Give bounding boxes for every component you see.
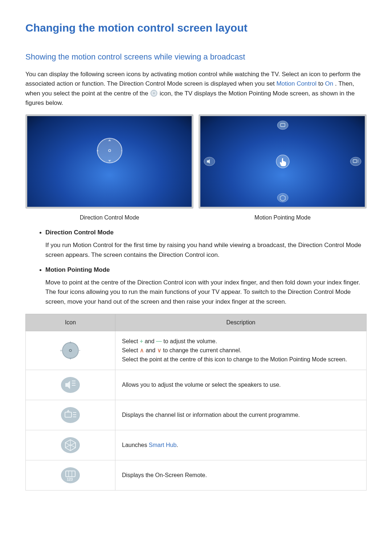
mode-description: If you run Motion Control for the first … (45, 241, 367, 260)
desc-text: Select (122, 338, 140, 344)
smart-hub-icon (26, 430, 115, 460)
desc-text: and (145, 338, 156, 344)
table-cell-description: Allows you to adjust the volume or selec… (115, 370, 367, 400)
desc-text: Select the point at the centre of this i… (122, 356, 347, 362)
table-row: 123 Displays the On-Screen Remote. (26, 460, 367, 491)
mode-description: Move to point at the centre of the Direc… (45, 278, 367, 307)
motion-control-link: Motion Control (276, 80, 317, 87)
chevron-up-icon: ∧ (140, 347, 144, 353)
svg-text:-: - (79, 347, 81, 353)
svg-text:-: - (121, 148, 122, 153)
document-page: Changing the motion control screen layou… (0, 0, 392, 554)
table-header-description: Description (115, 314, 367, 331)
desc-text: . (176, 442, 178, 448)
svg-text:+: + (60, 348, 62, 353)
page-title: Changing the motion control screen layou… (25, 22, 367, 34)
table-row: Allows you to adjust the volume or selec… (26, 370, 367, 400)
svg-text:123: 123 (67, 477, 73, 481)
section-subtitle: Showing the motion control screens while… (25, 52, 367, 62)
channel-list-icon (26, 400, 115, 430)
desc-text: and (146, 347, 157, 353)
motion-pointing-mode-screenshot (199, 114, 367, 209)
screenshot-captions: Direction Control Mode Motion Pointing M… (25, 211, 367, 221)
mode-name: Motion Pointing Mode (45, 266, 367, 274)
intro-paragraph: You can display the following screen ico… (25, 70, 367, 108)
icon-description-table: Icon Description + - (25, 314, 367, 491)
desc-text: Launches (122, 442, 149, 448)
minus-icon: — (156, 338, 162, 344)
intro-text: to (318, 80, 325, 87)
on-screen-remote-icon: 123 (26, 460, 115, 491)
svg-point-27 (61, 407, 80, 423)
direction-control-icon: + - (26, 331, 115, 370)
table-row: Displays the channel list or information… (26, 400, 367, 430)
desc-text: to change the current channel. (163, 347, 241, 353)
channel-list-icon (350, 155, 362, 168)
hand-pointer-icon (275, 154, 290, 169)
smart-hub-link: Smart Hub (149, 442, 176, 448)
table-row: Launches Smart Hub. (26, 430, 367, 460)
direction-control-inline-icon (150, 89, 158, 97)
modes-list: Direction Control Mode If you run Motion… (25, 229, 367, 307)
on-link: On (325, 80, 334, 87)
svg-point-0 (150, 90, 158, 97)
svg-text:+: + (97, 149, 99, 153)
direction-control-icon: + - (93, 134, 126, 167)
desc-text: to adjust the volume. (163, 338, 217, 344)
smart-hub-icon (277, 192, 289, 204)
table-header-icon: Icon (26, 314, 115, 331)
svg-point-23 (61, 377, 80, 393)
list-item: Motion Pointing Mode Move to point at th… (45, 266, 367, 307)
caption-left: Direction Control Mode (25, 211, 193, 221)
volume-speaker-icon (26, 370, 115, 400)
mode-name: Direction Control Mode (45, 229, 367, 236)
table-cell-description: Launches Smart Hub. (115, 430, 367, 460)
on-screen-remote-icon (277, 119, 289, 131)
svg-point-8 (277, 121, 288, 130)
list-item: Direction Control Mode If you run Motion… (45, 229, 367, 260)
plus-icon: + (140, 338, 143, 344)
caption-right: Motion Pointing Mode (199, 211, 367, 221)
svg-point-12 (350, 157, 361, 166)
table-cell-description: Displays the On-Screen Remote. (115, 460, 367, 491)
volume-speaker-icon (203, 155, 216, 168)
table-cell-description: Displays the channel list or information… (115, 400, 367, 430)
screenshot-row: + - (25, 114, 367, 209)
table-row: + - Select + and — to adjust the volume.… (26, 331, 367, 370)
direction-control-mode-screenshot: + - (25, 114, 193, 209)
desc-text: Select (122, 347, 140, 353)
table-cell-description: Select + and — to adjust the volume. Sel… (115, 331, 367, 370)
chevron-down-icon: ∨ (157, 347, 162, 353)
